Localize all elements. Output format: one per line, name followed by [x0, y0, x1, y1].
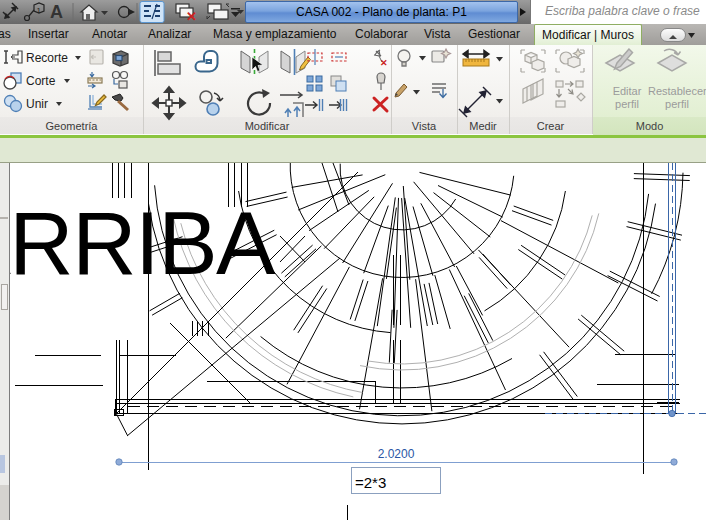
- svg-text:✕: ✕: [380, 58, 388, 68]
- svg-text:=2*3: =2*3: [355, 474, 386, 491]
- svg-text:1: 1: [37, 6, 42, 15]
- svg-text:A: A: [50, 2, 63, 22]
- svg-text:ARRIBA: ARRIBA: [0, 193, 276, 293]
- svg-text:2.0200: 2.0200: [378, 447, 415, 461]
- svg-text:✕: ✕: [186, 9, 197, 24]
